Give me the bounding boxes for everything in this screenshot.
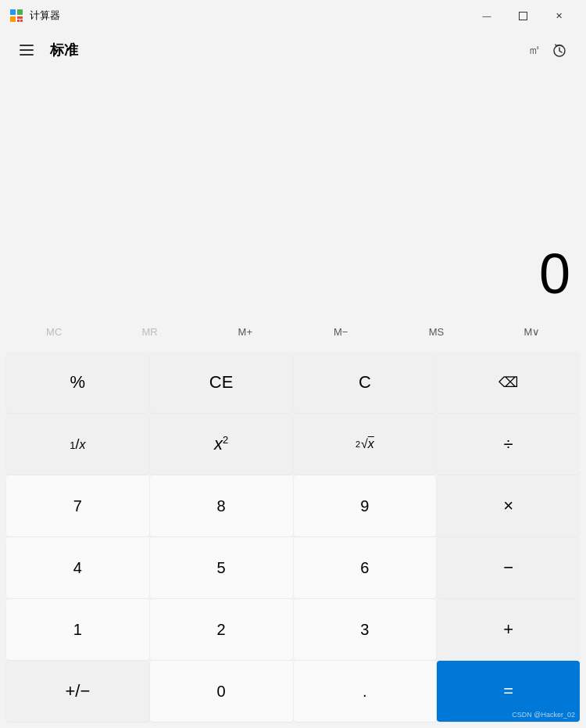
six-button[interactable]: 6: [294, 537, 437, 598]
memory-minus-button[interactable]: M−: [293, 317, 388, 346]
close-button[interactable]: ✕: [541, 3, 577, 28]
title-bar: 计算器 — ✕: [0, 0, 586, 31]
memory-clear-button[interactable]: MC: [6, 317, 102, 346]
equals-button[interactable]: = CSDN @Hacker_02: [437, 661, 580, 722]
app-title: 计算器: [30, 9, 469, 23]
memory-dropdown-button[interactable]: M∨: [484, 317, 580, 346]
four-button[interactable]: 4: [6, 537, 149, 598]
svg-rect-1: [17, 9, 23, 15]
window-controls: — ✕: [469, 3, 577, 28]
two-button[interactable]: 2: [150, 599, 293, 660]
reciprocal-label: 1 / x: [70, 436, 85, 453]
svg-rect-9: [20, 54, 34, 56]
percent-button[interactable]: %: [6, 352, 149, 413]
svg-rect-2: [10, 16, 16, 22]
calculator-buttons: % CE C ⌫ 1 / x x2 2√x ÷ 7 8 9 × 4 5 6 − …: [0, 349, 586, 728]
calculator-mode-title: 标准: [50, 41, 517, 59]
app-icon: [9, 9, 23, 23]
watermark: CSDN @Hacker_02: [512, 711, 575, 719]
five-button[interactable]: 5: [150, 537, 293, 598]
header: 标准 ㎡: [0, 31, 586, 69]
divide-button[interactable]: ÷: [437, 414, 580, 475]
memory-store-button[interactable]: MS: [388, 317, 484, 346]
subtract-button[interactable]: −: [437, 537, 580, 598]
memory-plus-button[interactable]: M+: [198, 317, 293, 346]
square-button[interactable]: x2: [150, 414, 293, 475]
svg-rect-6: [519, 12, 527, 20]
backspace-icon: ⌫: [498, 374, 518, 391]
multiply-button[interactable]: ×: [437, 475, 580, 536]
nine-button[interactable]: 9: [294, 475, 437, 536]
zero-button[interactable]: 0: [150, 661, 293, 722]
menu-button[interactable]: [13, 36, 41, 64]
clear-button[interactable]: C: [294, 352, 437, 413]
svg-rect-3: [17, 16, 23, 19]
add-button[interactable]: +: [437, 599, 580, 660]
reciprocal-button[interactable]: 1 / x: [6, 414, 149, 475]
mode-icon: ㎡: [523, 39, 545, 61]
display-area: 0: [0, 69, 586, 314]
square-label: x2: [214, 434, 228, 454]
three-button[interactable]: 3: [294, 599, 437, 660]
svg-rect-5: [20, 20, 23, 22]
negate-button[interactable]: +/−: [6, 661, 149, 722]
svg-rect-7: [20, 45, 34, 46]
memory-recall-button[interactable]: MR: [102, 317, 197, 346]
svg-rect-8: [20, 49, 34, 51]
eight-button[interactable]: 8: [150, 475, 293, 536]
svg-rect-0: [10, 9, 16, 15]
history-button[interactable]: [545, 36, 573, 64]
seven-button[interactable]: 7: [6, 475, 149, 536]
clear-entry-button[interactable]: CE: [150, 352, 293, 413]
maximize-button[interactable]: [505, 3, 541, 28]
backspace-button[interactable]: ⌫: [437, 352, 580, 413]
sqrt-label: 2√x: [356, 437, 374, 451]
sqrt-button[interactable]: 2√x: [294, 414, 437, 475]
memory-row: MC MR M+ M− MS M∨: [0, 314, 586, 349]
svg-rect-4: [17, 20, 20, 22]
one-button[interactable]: 1: [6, 599, 149, 660]
minimize-button[interactable]: —: [469, 3, 505, 28]
decimal-button[interactable]: .: [294, 661, 437, 722]
display-value: 0: [539, 246, 570, 302]
